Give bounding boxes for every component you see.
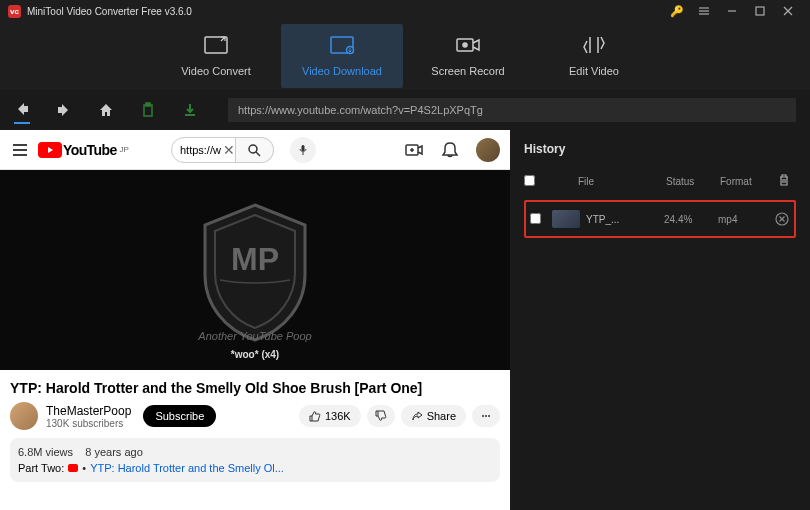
desc-prefix: Part Two: bbox=[18, 462, 64, 474]
tab-video-convert[interactable]: Video Convert bbox=[155, 24, 277, 88]
row-cancel-button[interactable] bbox=[770, 212, 794, 226]
channel-name[interactable]: TheMasterPoop bbox=[46, 404, 131, 418]
youtube-header: YouTube JP https://w ✕ bbox=[0, 130, 510, 170]
youtube-create-icon[interactable] bbox=[404, 140, 424, 160]
tab-screen-record[interactable]: Screen Record bbox=[407, 24, 529, 88]
record-icon bbox=[455, 35, 481, 59]
history-header: File Status Format bbox=[524, 170, 796, 196]
youtube-mic-button[interactable] bbox=[290, 137, 316, 163]
main-tabs: Video Convert Video Download Screen Reco… bbox=[0, 22, 810, 90]
share-label: Share bbox=[427, 410, 456, 422]
row-checkbox[interactable] bbox=[530, 213, 541, 224]
youtube-link-icon bbox=[68, 464, 78, 472]
share-button[interactable]: Share bbox=[401, 405, 466, 427]
youtube-brand-text: YouTube bbox=[63, 142, 117, 158]
video-player[interactable]: MP Another YouTube Poop *woo* (x4) bbox=[0, 170, 510, 370]
tab-label: Screen Record bbox=[431, 65, 504, 77]
clipboard-button[interactable] bbox=[140, 102, 156, 118]
video-caption: *woo* (x4) bbox=[231, 349, 279, 360]
tab-label: Video Download bbox=[302, 65, 382, 77]
select-all-checkbox[interactable] bbox=[524, 175, 535, 186]
more-button[interactable] bbox=[472, 405, 500, 427]
minimize-icon[interactable] bbox=[718, 0, 746, 22]
svg-text:MP: MP bbox=[231, 241, 279, 277]
youtube-region: JP bbox=[120, 145, 129, 154]
svg-rect-20 bbox=[301, 145, 304, 151]
row-filename: YTP_... bbox=[580, 214, 664, 225]
views-count: 6.8M views bbox=[18, 446, 73, 458]
row-status: 24.4% bbox=[664, 214, 718, 225]
svg-point-18 bbox=[249, 145, 257, 153]
svg-rect-13 bbox=[146, 103, 150, 106]
video-watermark: Another YouTube Poop bbox=[198, 330, 311, 342]
edit-icon bbox=[581, 35, 607, 59]
history-panel: History File Status Format YTP_... 24.4%… bbox=[510, 130, 810, 510]
forward-button[interactable] bbox=[56, 102, 72, 118]
hamburger-menu-icon[interactable] bbox=[690, 0, 718, 22]
key-icon[interactable]: 🔑 bbox=[670, 5, 684, 18]
youtube-menu-icon[interactable] bbox=[10, 140, 30, 160]
convert-icon bbox=[203, 35, 229, 59]
col-format: Format bbox=[720, 176, 772, 187]
subscriber-count: 130K subscribers bbox=[46, 418, 131, 429]
svg-point-27 bbox=[488, 415, 490, 417]
row-format: mp4 bbox=[718, 214, 770, 225]
channel-row: TheMasterPoop 130K subscribers Subscribe… bbox=[0, 402, 510, 438]
likes-count: 136K bbox=[325, 410, 351, 422]
home-button[interactable] bbox=[98, 102, 114, 118]
history-title: History bbox=[524, 142, 796, 156]
youtube-play-icon bbox=[38, 142, 62, 158]
history-row[interactable]: YTP_... 24.4% mp4 bbox=[524, 200, 796, 238]
browser-toolbar bbox=[0, 90, 810, 130]
video-thumbnail-logo: MP bbox=[190, 195, 320, 345]
subscribe-button[interactable]: Subscribe bbox=[143, 405, 216, 427]
svg-point-11 bbox=[463, 43, 467, 47]
search-text: https://w bbox=[180, 144, 221, 156]
back-button[interactable] bbox=[14, 108, 30, 124]
dislike-button[interactable] bbox=[367, 405, 395, 427]
download-icon bbox=[329, 35, 355, 59]
url-input[interactable] bbox=[228, 98, 796, 122]
desc-link[interactable]: YTP: Harold Trotter and the Smelly Ol... bbox=[90, 462, 284, 474]
svg-rect-7 bbox=[205, 37, 227, 53]
youtube-preview: YouTube JP https://w ✕ bbox=[0, 130, 510, 510]
video-title: YTP: Harold Trotter and the Smelly Old S… bbox=[0, 370, 510, 402]
video-age: 8 years ago bbox=[85, 446, 142, 458]
tab-edit-video[interactable]: Edit Video bbox=[533, 24, 655, 88]
youtube-search-input[interactable]: https://w ✕ bbox=[171, 137, 236, 163]
titlebar: vc MiniTool Video Converter Free v3.6.0 … bbox=[0, 0, 810, 22]
video-description[interactable]: 6.8M views 8 years ago Part Two: • YTP: … bbox=[10, 438, 500, 482]
tab-label: Video Convert bbox=[181, 65, 251, 77]
tab-video-download[interactable]: Video Download bbox=[281, 24, 403, 88]
channel-avatar[interactable] bbox=[10, 402, 38, 430]
delete-all-button[interactable] bbox=[772, 174, 796, 188]
close-icon[interactable] bbox=[774, 0, 802, 22]
youtube-logo[interactable]: YouTube JP bbox=[38, 142, 129, 158]
clear-search-icon[interactable]: ✕ bbox=[223, 142, 235, 158]
col-file: File bbox=[546, 176, 666, 187]
like-button[interactable]: 136K bbox=[299, 405, 361, 427]
youtube-search-button[interactable] bbox=[236, 137, 274, 163]
app-title: MiniTool Video Converter Free v3.6.0 bbox=[27, 6, 192, 17]
col-status: Status bbox=[666, 176, 720, 187]
maximize-icon[interactable] bbox=[746, 0, 774, 22]
tab-label: Edit Video bbox=[569, 65, 619, 77]
app-icon: vc bbox=[8, 5, 21, 18]
row-thumbnail bbox=[552, 210, 580, 228]
youtube-avatar[interactable] bbox=[476, 138, 500, 162]
svg-point-26 bbox=[485, 415, 487, 417]
download-button[interactable] bbox=[182, 102, 198, 118]
youtube-notifications-icon[interactable] bbox=[440, 140, 460, 160]
svg-point-25 bbox=[482, 415, 484, 417]
svg-rect-4 bbox=[756, 7, 764, 15]
svg-line-19 bbox=[256, 152, 260, 156]
